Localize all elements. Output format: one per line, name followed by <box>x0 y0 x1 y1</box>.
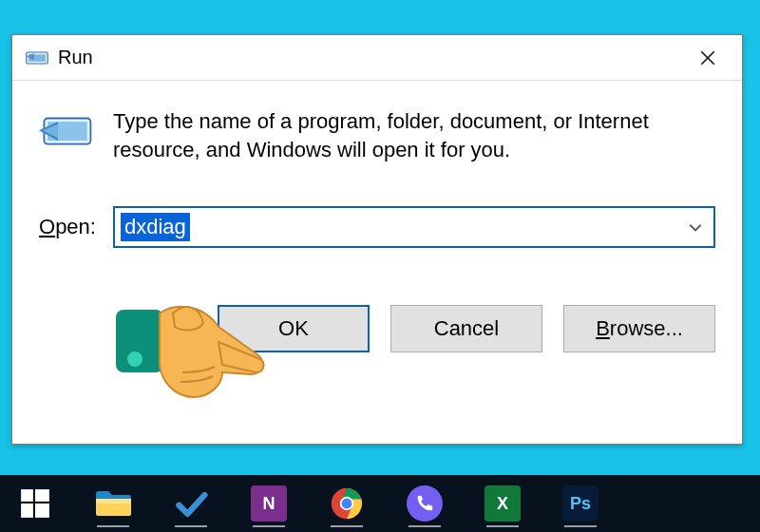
file-explorer[interactable] <box>87 478 139 529</box>
browse-button[interactable]: Browse... <box>563 305 715 352</box>
open-input-value[interactable]: dxdiag <box>121 213 190 242</box>
close-icon <box>699 49 716 66</box>
dialog-title: Run <box>58 47 687 68</box>
chevron-down-icon <box>687 218 704 236</box>
excel[interactable]: X <box>477 478 528 529</box>
dialog-description: Type the name of a program, folder, docu… <box>113 107 715 163</box>
chrome-icon <box>330 486 364 521</box>
photoshop[interactable]: Ps <box>555 478 606 529</box>
dialog-body: Type the name of a program, folder, docu… <box>12 81 742 352</box>
windows-icon <box>19 487 51 520</box>
check-icon <box>174 486 208 521</box>
start-button[interactable] <box>10 478 61 529</box>
svg-rect-8 <box>21 489 33 502</box>
viber[interactable] <box>399 478 450 529</box>
cancel-button[interactable]: Cancel <box>390 305 542 352</box>
close-button[interactable] <box>687 37 729 79</box>
photoshop-icon: Ps <box>562 485 598 522</box>
run-icon-large <box>39 109 94 164</box>
run-icon <box>26 49 48 66</box>
svg-point-16 <box>342 499 352 509</box>
chrome[interactable] <box>321 478 372 529</box>
microsoft-todo[interactable] <box>165 478 217 529</box>
open-label: Open: <box>39 215 96 239</box>
dialog-buttons: OK Cancel Browse... <box>39 305 715 352</box>
svg-rect-9 <box>35 489 49 502</box>
open-combobox[interactable]: dxdiag <box>113 206 715 248</box>
taskbar: N X Ps <box>0 475 760 532</box>
viber-icon <box>407 485 443 522</box>
svg-rect-11 <box>35 504 49 518</box>
folder-icon <box>94 488 132 519</box>
titlebar[interactable]: Run <box>12 35 742 81</box>
svg-rect-13 <box>96 499 131 504</box>
onenote-icon: N <box>251 485 287 522</box>
onenote[interactable]: N <box>243 478 294 529</box>
excel-icon: X <box>484 485 521 522</box>
svg-rect-10 <box>21 504 33 518</box>
ok-button[interactable]: OK <box>218 305 370 352</box>
run-dialog: Run Type the name of a program, folder, … <box>11 34 743 445</box>
